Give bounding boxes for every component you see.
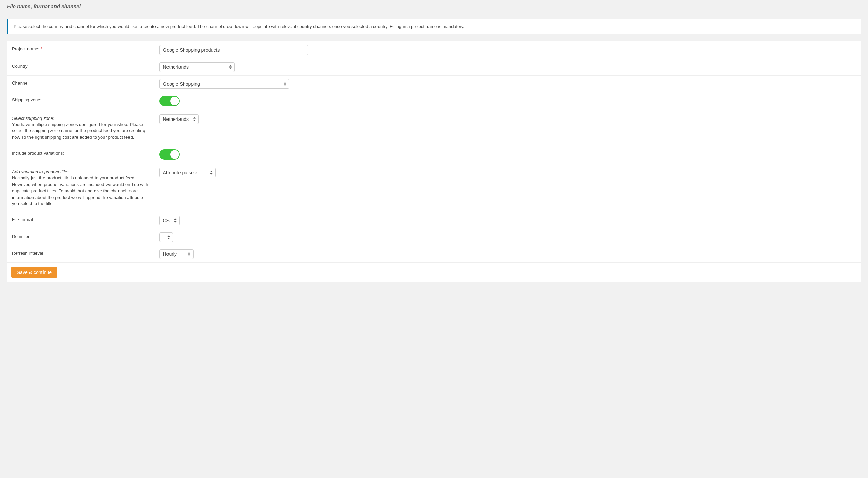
add-variation-title-desc: Normally just the product title is uploa… [12,175,148,206]
select-shipping-zone-title: Select shipping zone: [12,116,150,121]
section-title: File name, format and channel [7,3,861,12]
save-continue-button[interactable]: Save & continue [11,267,57,278]
delimiter-select[interactable]: ; [159,232,173,242]
refresh-interval-label: Refresh interval: [12,251,45,256]
channel-select[interactable]: Google Shopping [159,79,289,89]
info-notice: Please select the country and channel fo… [7,19,861,34]
form-table: Project name: * Country: Netherlands Cha… [7,41,861,282]
include-variations-toggle[interactable] [159,149,180,160]
variation-attribute-select[interactable]: Attribute pa size [159,168,216,177]
file-format-select[interactable]: CSV [159,216,180,225]
project-name-input[interactable] [159,45,308,55]
shipping-zone-select[interactable]: Netherlands [159,114,199,124]
shipping-zone-label: Shipping zone: [12,97,41,102]
channel-label: Channel: [12,80,30,86]
add-variation-title-label: Add variation to product title: [12,169,150,174]
required-mark: * [41,46,42,51]
country-select[interactable]: Netherlands [159,62,235,72]
country-label: Country: [12,64,29,69]
include-variations-label: Include product variations: [12,151,64,156]
select-shipping-zone-desc: You have multiple shipping zones configu… [12,122,145,140]
project-name-label: Project name: [12,46,39,51]
delimiter-label: Delimiter: [12,234,31,239]
toggle-thumb [170,150,179,159]
shipping-zone-toggle[interactable] [159,96,180,106]
file-format-label: File format: [12,217,34,222]
refresh-interval-select[interactable]: Hourly [159,249,194,259]
toggle-thumb [170,97,179,105]
